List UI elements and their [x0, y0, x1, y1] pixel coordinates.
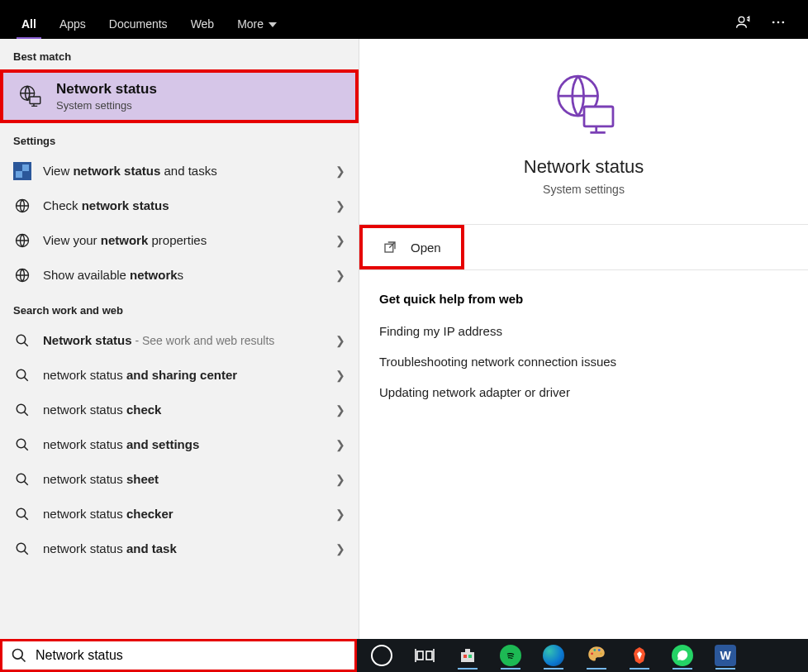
search-icon [13, 436, 31, 454]
svg-rect-5 [30, 97, 40, 104]
taskbar: W [357, 639, 808, 672]
svg-rect-21 [426, 651, 432, 660]
globe-icon [13, 197, 31, 215]
svg-rect-20 [417, 651, 423, 660]
chevron-right-icon: ❯ [335, 403, 345, 417]
svg-point-12 [17, 439, 26, 448]
feedback-icon[interactable] [735, 14, 752, 31]
svg-point-15 [17, 543, 26, 552]
taskbar-brave-icon[interactable] [623, 641, 656, 670]
more-options-icon[interactable] [770, 14, 787, 31]
tab-apps[interactable]: Apps [48, 7, 97, 39]
search-icon [13, 505, 31, 523]
section-settings: Settings [0, 123, 359, 154]
search-icon [13, 401, 31, 419]
settings-result-check-network-status[interactable]: Check network status ❯ [0, 188, 359, 223]
svg-rect-25 [468, 655, 472, 658]
search-icon [13, 470, 31, 489]
taskbar-spotify-icon[interactable] [494, 641, 527, 670]
globe-monitor-icon [546, 69, 622, 145]
section-search-web: Search work and web [0, 293, 359, 323]
web-result-sheet[interactable]: network status sheet ❯ [0, 462, 359, 497]
chevron-right-icon: ❯ [335, 542, 345, 555]
settings-result-view-your-network-properties[interactable]: View your network properties ❯ [0, 223, 359, 258]
svg-point-11 [17, 404, 26, 413]
svg-point-13 [17, 474, 26, 483]
help-link-troubleshoot-connection[interactable]: Troubleshooting network connection issue… [359, 346, 808, 377]
open-external-icon [383, 240, 397, 255]
network-tile-icon [13, 162, 31, 180]
open-label: Open [411, 241, 441, 255]
taskbar-word-icon[interactable]: W [709, 641, 742, 670]
svg-point-14 [17, 508, 26, 517]
taskbar-cortana-icon[interactable] [365, 641, 398, 670]
taskbar-whatsapp-icon[interactable] [666, 641, 699, 670]
svg-point-26 [591, 652, 593, 655]
chevron-right-icon: ❯ [335, 473, 345, 486]
chevron-right-icon: ❯ [335, 334, 345, 347]
preview-title: Network status [524, 156, 644, 178]
settings-result-view-network-status-and-tasks[interactable]: View network status and tasks ❯ [0, 154, 359, 188]
help-link-update-adapter[interactable]: Updating network adapter or driver [359, 377, 808, 407]
svg-rect-22 [461, 652, 474, 662]
svg-rect-17 [584, 107, 613, 126]
web-result-check[interactable]: network status check ❯ [0, 393, 359, 427]
search-icon [13, 331, 31, 350]
tab-documents[interactable]: Documents [97, 7, 179, 39]
results-panel: Best match Network status System setting… [0, 39, 359, 639]
svg-point-29 [600, 652, 602, 655]
help-link-finding-ip[interactable]: Finding my IP address [359, 316, 808, 346]
search-scope-tabs: All Apps Documents Web More [0, 0, 808, 39]
web-result-network-status[interactable]: Network status - See work and web result… [0, 323, 359, 358]
svg-point-10 [17, 369, 26, 379]
chevron-right-icon: ❯ [335, 199, 345, 212]
preview-panel: Network status System settings Open Get … [359, 39, 808, 639]
svg-point-0 [739, 17, 744, 22]
web-result-checker[interactable]: network status checker ❯ [0, 497, 359, 531]
web-result-and-sharing-center[interactable]: network status and sharing center ❯ [0, 358, 359, 393]
best-match-result[interactable]: Network status System settings [0, 69, 359, 123]
open-button[interactable]: Open [363, 228, 461, 266]
globe-monitor-icon [15, 82, 45, 112]
svg-point-9 [17, 335, 26, 344]
preview-subtitle: System settings [543, 183, 625, 196]
search-icon [13, 366, 31, 384]
settings-result-show-available-networks[interactable]: Show available networks ❯ [0, 258, 359, 293]
taskbar-task-view-icon[interactable] [408, 641, 441, 670]
help-section-title: Get quick help from web [359, 270, 808, 316]
chevron-right-icon: ❯ [335, 438, 345, 451]
tab-more[interactable]: More [226, 7, 288, 39]
taskbar-paint-icon[interactable] [580, 641, 613, 670]
chevron-right-icon: ❯ [335, 269, 345, 282]
taskbar-edge-icon[interactable] [537, 641, 570, 670]
svg-point-2 [777, 21, 780, 24]
svg-point-28 [598, 649, 601, 651]
section-best-match: Best match [0, 39, 359, 69]
web-result-and-settings[interactable]: network status and settings ❯ [0, 427, 359, 462]
search-icon [13, 540, 31, 558]
chevron-right-icon: ❯ [335, 234, 345, 247]
taskbar-store-icon[interactable] [451, 641, 484, 670]
search-icon [11, 647, 27, 664]
svg-point-19 [13, 650, 23, 660]
svg-point-1 [772, 21, 775, 24]
best-match-subtitle: System settings [56, 99, 157, 112]
best-match-title: Network status [56, 81, 157, 98]
tab-all[interactable]: All [10, 7, 48, 39]
svg-rect-23 [465, 649, 470, 652]
chevron-right-icon: ❯ [335, 164, 345, 178]
chevron-right-icon: ❯ [335, 369, 345, 382]
chevron-right-icon: ❯ [335, 508, 345, 521]
globe-icon [13, 231, 31, 250]
svg-point-27 [593, 649, 596, 651]
search-input[interactable] [36, 648, 346, 663]
chevron-down-icon [269, 22, 277, 27]
globe-icon [13, 266, 31, 284]
tab-web[interactable]: Web [179, 7, 226, 39]
svg-point-3 [782, 21, 785, 24]
svg-rect-24 [463, 655, 467, 658]
web-result-and-task[interactable]: network status and task ❯ [0, 531, 359, 566]
search-box[interactable] [0, 639, 357, 672]
